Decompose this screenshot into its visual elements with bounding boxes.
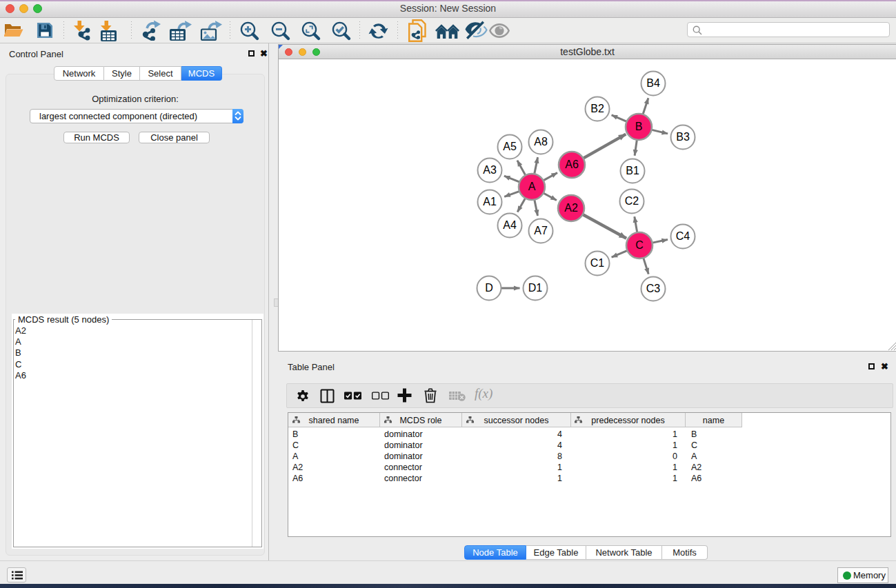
svg-text:A3: A3 — [483, 164, 497, 176]
svg-text:A1: A1 — [483, 196, 497, 207]
svg-text:A7: A7 — [534, 225, 548, 236]
svg-text:A5: A5 — [503, 141, 517, 152]
svg-text:C1: C1 — [590, 257, 605, 269]
svg-text:B3: B3 — [676, 131, 690, 143]
svg-text:A6: A6 — [565, 159, 579, 170]
svg-text:D: D — [485, 282, 493, 294]
svg-text:B4: B4 — [646, 77, 660, 89]
svg-text:B2: B2 — [590, 103, 604, 114]
svg-text:C3: C3 — [646, 283, 661, 294]
svg-text:C: C — [635, 239, 644, 251]
svg-text:A: A — [528, 181, 536, 192]
svg-text:A2: A2 — [564, 202, 578, 214]
svg-text:A8: A8 — [534, 136, 548, 148]
svg-text:B: B — [635, 121, 643, 132]
svg-text:C2: C2 — [625, 195, 639, 207]
svg-text:D1: D1 — [528, 282, 543, 294]
svg-text:B1: B1 — [626, 165, 639, 176]
svg-text:A4: A4 — [503, 219, 517, 231]
svg-text:C4: C4 — [676, 230, 690, 242]
